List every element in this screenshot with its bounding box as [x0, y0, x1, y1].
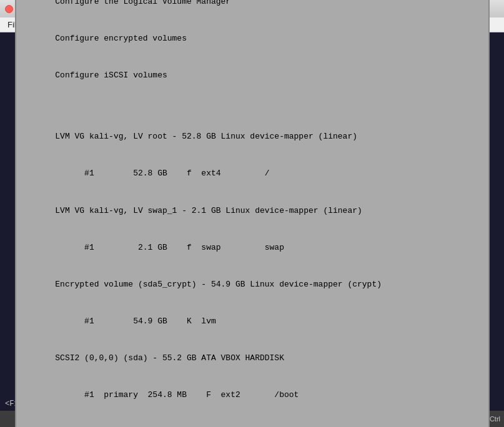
option-lvm-root-part[interactable]: #1 52.8 GB f ext4 /	[26, 167, 478, 180]
option-iscsi[interactable]: Configure iSCSI volumes	[26, 69, 478, 82]
terminal-window: [!!] Partition disks This is an overview…	[15, 0, 490, 427]
option-lvm-swap-part[interactable]: #1 2.1 GB f swap swap	[26, 242, 478, 254]
option-lvm[interactable]: Configure the Logical Volume Manager	[26, 0, 478, 8]
menu-options: Guided partitioning Configure software R…	[26, 0, 478, 427]
option-encrypted-part[interactable]: #1 54.9 GB K lvm	[26, 315, 478, 328]
option-lvm-swap[interactable]: LVM VG kali-vg, LV swap_1 - 2.1 GB Linux…	[26, 205, 478, 217]
dialog: [!!] Partition disks This is an overview…	[26, 0, 478, 427]
vm-display[interactable]: [!!] Partition disks This is an overview…	[0, 32, 504, 397]
close-button[interactable]	[5, 5, 13, 13]
option-encrypted[interactable]: Configure encrypted volumes	[26, 32, 478, 45]
option-scsi[interactable]: SCSI2 (0,0,0) (sda) - 55.2 GB ATA VBOX H…	[26, 352, 478, 365]
option-encrypted-vol[interactable]: Encrypted volume (sda5_crypt) - 54.9 GB …	[26, 278, 478, 291]
option-scsi-boot[interactable]: #1 primary 254.8 MB F ext2 /boot	[26, 389, 478, 401]
option-lvm-root[interactable]: LVM VG kali-vg, LV root - 52.8 GB Linux …	[26, 130, 478, 143]
